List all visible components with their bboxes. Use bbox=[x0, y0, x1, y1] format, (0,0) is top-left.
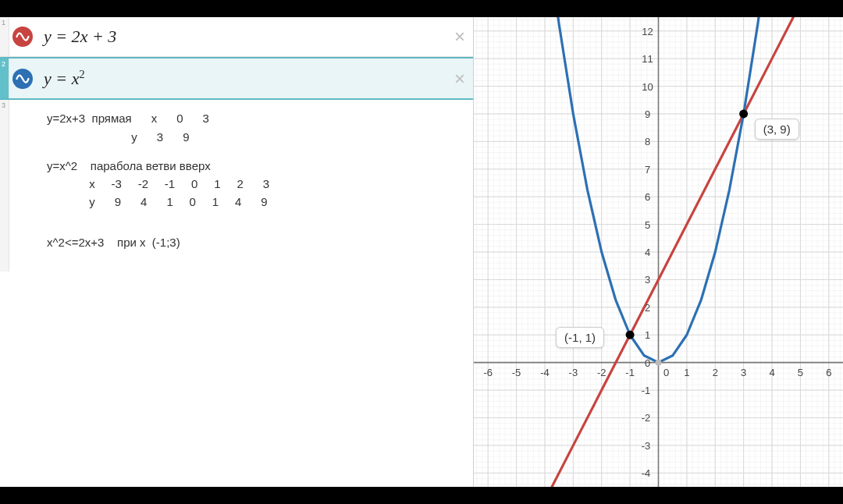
axis-tick-label: 5 bbox=[798, 366, 803, 378]
axis-tick-label: -2 bbox=[597, 366, 606, 378]
axis-tick-label: 0 bbox=[663, 366, 669, 378]
expression-row-2[interactable]: 2 y = x2 × bbox=[0, 57, 473, 100]
delete-expression-button[interactable]: × bbox=[446, 59, 473, 98]
axis-tick-label: 0 bbox=[645, 357, 650, 368]
svg-point-183 bbox=[626, 331, 635, 339]
axis-tick-label: 9 bbox=[645, 108, 650, 119]
note-line: x -3 -2 -1 0 1 2 3 bbox=[47, 177, 269, 190]
axis-tick-label: 1 bbox=[645, 329, 650, 341]
axis-tick-label: 11 bbox=[642, 53, 653, 65]
wave-icon bbox=[12, 69, 33, 89]
axis-tick-label: -2 bbox=[642, 412, 651, 424]
expression-panel: 1 y = 2x + 3 × 2 y = x2 bbox=[0, 17, 474, 487]
axis-tick-label: -4 bbox=[642, 467, 651, 479]
axis-tick-label: 6 bbox=[826, 366, 831, 378]
color-toggle-2[interactable] bbox=[9, 59, 36, 98]
expression-row-3[interactable]: 3 y=2x+3 прямая x 0 3 y 3 9 y=x^2 парабо… bbox=[0, 100, 473, 272]
notes-block[interactable]: y=2x+3 прямая x 0 3 y 3 9 y=x^2 парабола… bbox=[9, 100, 277, 272]
close-icon: × bbox=[454, 26, 465, 48]
axis-tick-label: 4 bbox=[769, 366, 774, 378]
svg-point-182 bbox=[656, 360, 662, 366]
note-line: x^2<=2x+3 при x (-1;3) bbox=[47, 236, 180, 249]
expression-formula[interactable]: y = x2 bbox=[36, 59, 446, 98]
axis-tick-label: -1 bbox=[642, 385, 651, 396]
graph-canvas[interactable] bbox=[474, 17, 843, 487]
graph-pane[interactable]: -6-5-4-3-2-1123456-4-3-2-101234567891011… bbox=[474, 17, 843, 487]
point-label: (3, 9) bbox=[755, 119, 799, 140]
formula-text: y = 2x + 3 bbox=[44, 27, 116, 47]
axis-tick-label: 2 bbox=[645, 301, 650, 313]
note-line: y 9 4 1 0 1 4 9 bbox=[47, 195, 268, 208]
axis-tick-label: 6 bbox=[645, 191, 650, 203]
axis-tick-label: 7 bbox=[645, 163, 650, 175]
axis-tick-label: 2 bbox=[713, 366, 718, 378]
note-line: y 3 9 bbox=[47, 130, 190, 144]
axis-tick-label: 1 bbox=[684, 366, 689, 378]
axis-tick-label: -5 bbox=[512, 366, 521, 378]
axis-tick-label: 12 bbox=[642, 25, 653, 37]
axis-tick-label: -1 bbox=[625, 366, 635, 378]
note-line: y=2x+3 прямая x 0 3 bbox=[47, 112, 209, 125]
axis-tick-label: 4 bbox=[645, 247, 650, 258]
close-icon: × bbox=[454, 68, 465, 90]
wave-icon bbox=[12, 27, 33, 47]
expression-row-1[interactable]: 1 y = 2x + 3 × bbox=[0, 17, 473, 57]
axis-tick-label: -4 bbox=[540, 366, 550, 378]
axis-tick-label: 10 bbox=[642, 80, 653, 92]
axis-tick-label: -6 bbox=[483, 366, 493, 378]
axis-tick-label: 5 bbox=[645, 218, 650, 230]
app-frame: 1 y = 2x + 3 × 2 y = x2 bbox=[0, 17, 843, 487]
point-label: (-1, 1) bbox=[556, 327, 604, 348]
expression-formula[interactable]: y = 2x + 3 bbox=[36, 17, 446, 56]
color-toggle-1[interactable] bbox=[9, 17, 36, 56]
note-line: y=x^2 парабола ветви вверх bbox=[47, 159, 211, 172]
axis-tick-label: -3 bbox=[642, 439, 651, 451]
svg-point-184 bbox=[739, 109, 748, 118]
axis-tick-label: 3 bbox=[645, 274, 650, 286]
row-index: 3 bbox=[0, 100, 9, 272]
formula-text: y = x2 bbox=[44, 68, 85, 89]
row-index: 2 bbox=[0, 59, 9, 98]
axis-tick-label: -3 bbox=[569, 366, 578, 378]
axis-tick-label: 3 bbox=[741, 366, 746, 378]
row-index: 1 bbox=[0, 17, 9, 56]
axis-tick-label: 8 bbox=[645, 136, 650, 147]
delete-expression-button[interactable]: × bbox=[446, 17, 473, 56]
